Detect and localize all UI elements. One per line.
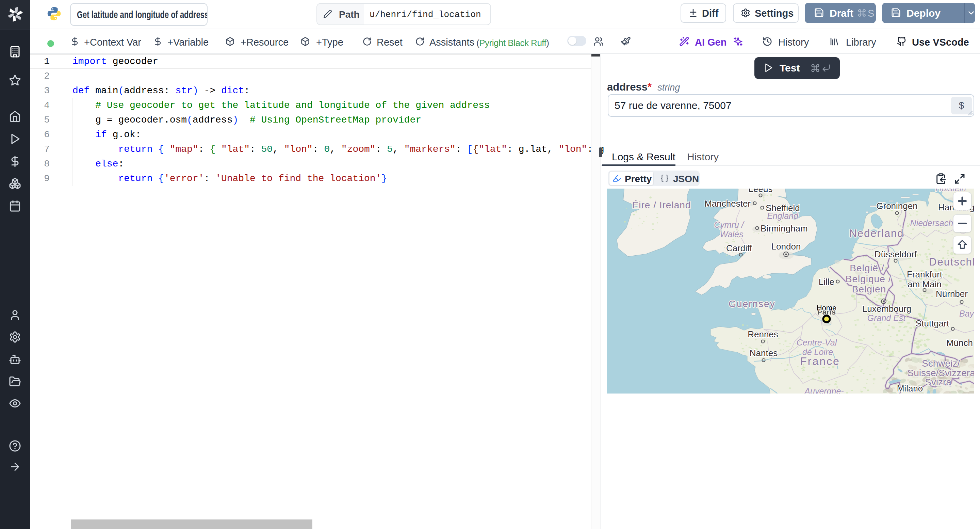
svg-text:England: England	[767, 211, 799, 221]
svg-text:Deutschlan: Deutschlan	[929, 256, 974, 268]
svg-text:France: France	[800, 355, 840, 367]
svg-text:Cymru /: Cymru /	[714, 220, 745, 229]
svg-text:Guernsey: Guernsey	[729, 298, 775, 309]
svg-text:Centre-Val: Centre-Val	[797, 338, 837, 347]
svg-text:Bay: Bay	[959, 309, 974, 318]
svg-text:de Loire: de Loire	[802, 347, 833, 357]
svg-text:Cardiff: Cardiff	[726, 243, 752, 253]
svg-text:Grand Est: Grand Est	[867, 313, 906, 323]
svg-text:Svizra: Svizra	[925, 377, 951, 387]
svg-text:Münch: Münch	[946, 338, 973, 348]
svg-text:Milano: Milano	[897, 383, 923, 394]
svg-text:Düsseldorf: Düsseldorf	[875, 249, 917, 260]
svg-text:Birmingham: Birmingham	[760, 223, 808, 234]
svg-text:Lille: Lille	[819, 277, 834, 287]
svg-text:Stuttgart: Stuttgart	[916, 318, 950, 328]
svg-text:Leeds: Leeds	[749, 189, 773, 194]
svg-text:London: London	[772, 241, 801, 252]
svg-text:Auvergne-: Auvergne-	[804, 386, 843, 394]
svg-text:Nürnber: Nürnber	[936, 289, 968, 299]
svg-text:Schweiz/: Schweiz/	[922, 358, 960, 369]
svg-text:am Main: am Main	[907, 279, 942, 289]
svg-text:Groningen: Groningen	[876, 201, 917, 211]
svg-text:Wales: Wales	[720, 229, 743, 239]
svg-text:Luxembourg: Luxembourg	[862, 304, 912, 314]
svg-text:Nederland: Nederland	[849, 228, 904, 239]
svg-text:Belgique /: Belgique /	[846, 274, 891, 284]
svg-text:Nantes: Nantes	[749, 348, 778, 358]
svg-text:Rennes: Rennes	[748, 329, 778, 339]
svg-text:Éire / Ireland: Éire / Ireland	[632, 200, 691, 210]
svg-text:Manchester: Manchester	[705, 198, 751, 209]
svg-text:Belgien: Belgien	[852, 284, 886, 295]
svg-text:België /: België /	[850, 263, 884, 273]
svg-text:Home: Home	[817, 304, 837, 312]
svg-text:Frankfurt: Frankfurt	[907, 269, 943, 279]
